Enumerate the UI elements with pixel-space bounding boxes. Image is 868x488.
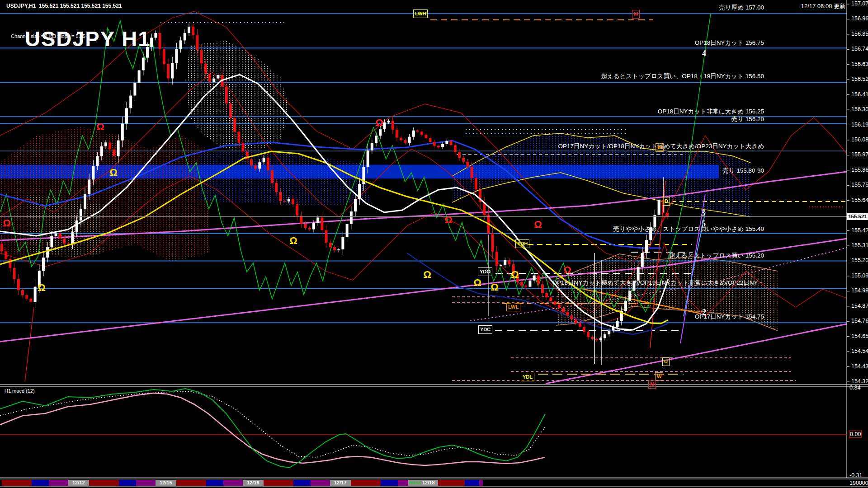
price-tick: 156.080 (851, 136, 868, 143)
macd-indicator-label: H1 macd (12) (5, 388, 35, 394)
macd-axis-tick: -0.31 (849, 472, 863, 479)
price-tick: 157.070 (851, 0, 868, 7)
macd-pink-line (0, 393, 545, 465)
wave-count-label: 3 (701, 208, 705, 218)
price-tick: 155.200 (851, 257, 868, 263)
level-annotation: 売り 155.80-90 (722, 167, 764, 175)
current-price-box: 155.521 (847, 213, 868, 220)
timeline-segment[interactable] (223, 480, 243, 486)
level-annotation: OP18日NYカット 156.75 (695, 39, 764, 47)
wave-count-label: 2 (702, 308, 706, 317)
level-annotation: 超えるとストップロス買い、OP18・19日NYカット 156.50 (601, 72, 764, 80)
timeline-segment[interactable] (32, 480, 49, 486)
omega-signal-icon: Ω (109, 167, 118, 178)
marker-box-lwh: LWH (413, 9, 428, 18)
overlay-red-left-drop (25, 307, 34, 382)
macd-axis-tick: 190000 (849, 480, 868, 486)
price-tick: 156.410 (851, 91, 868, 98)
timeline-segment[interactable] (136, 480, 156, 486)
timeline-segment[interactable] (351, 480, 381, 486)
level-annotation: OP18日NYカット極めて大きめ/OP19日NYカット非常に大きめ/OP22日N… (552, 279, 764, 287)
timeline-segment[interactable] (293, 480, 311, 486)
marker-box-ydl: YDL (521, 373, 534, 381)
price-tick: 155.860 (851, 167, 868, 173)
timeline-segment[interactable] (89, 480, 119, 486)
timeline-date-label: 12/16 (247, 480, 259, 485)
level-annotation: OP18日NYカット非常に大きめ 156.25 (658, 108, 764, 116)
marker-box-w: W (656, 143, 664, 152)
timeline-segment[interactable] (2, 480, 32, 486)
timeline-segment[interactable] (479, 480, 483, 486)
omega-signal-icon: Ω (375, 117, 383, 129)
marker-box-ydh: YDH (515, 239, 529, 248)
marker-box-d: D (663, 197, 670, 206)
marker-box-ydo: YDO (478, 267, 492, 276)
omega-signal-icon: Ω (96, 121, 104, 133)
price-tick: 155.420 (851, 227, 868, 234)
timeline-segment[interactable] (206, 480, 223, 486)
omega-signal-icon: Ω (38, 282, 46, 294)
level-annotation: 売り 156.20 (731, 115, 764, 123)
timeline-segment[interactable] (119, 480, 136, 486)
omega-signal-icon: Ω (473, 277, 481, 289)
update-timestamp: 12/17 06:08 更新 (801, 2, 845, 10)
price-tick: 156.190 (851, 122, 868, 128)
timeline-extra-label: mand (409, 480, 420, 485)
timeline-segment[interactable] (465, 480, 479, 486)
symbol-ohlc-readout: USDJPY,H1 155.521 155.521 155.521 155.52… (6, 3, 122, 9)
price-tick: 154.980 (851, 287, 868, 294)
timeline-segment[interactable] (176, 480, 206, 486)
omega-signal-icon: Ω (423, 269, 431, 281)
price-tick: 156.850 (851, 31, 868, 37)
timeline-segment[interactable] (398, 480, 408, 486)
price-tick: 155.310 (851, 242, 868, 249)
level-annotation: 売り厚め 157.00 (719, 4, 764, 12)
price-tick: 154.760 (851, 318, 868, 324)
mt4-chart-window: USDJPY,H1 155.521 155.521 155.521 155.52… (0, 0, 868, 488)
timeline-date-label: 12/15 (160, 480, 172, 485)
wave-count-label: 4 (702, 49, 706, 58)
omega-signal-icon: Ω (491, 282, 499, 293)
timeline-segment[interactable] (49, 480, 68, 486)
omega-signal-icon: Ω (3, 217, 11, 229)
price-tick: 155.640 (851, 197, 868, 203)
level-annotation: 売りやや小さめ、ストップロス買いやや小さめ 155.40 (613, 225, 764, 233)
level-annotation: 超えるとストップロス買い 155.20 (669, 252, 764, 260)
overlay-magenta-b (546, 324, 847, 384)
marker-box-u: U (662, 357, 670, 366)
timeline-segment[interactable] (311, 480, 330, 486)
price-tick: 155.090 (851, 272, 868, 279)
omega-signal-icon: Ω (444, 214, 453, 226)
wave-count-label: 5 (702, 219, 706, 229)
marker-box-m: M (648, 380, 656, 389)
timeline-segment[interactable] (264, 480, 293, 486)
price-tick: 156.740 (851, 46, 868, 52)
marker-box-w: W (655, 372, 663, 381)
marker-box-ydc: YDC (478, 325, 492, 334)
price-tick: 156.300 (851, 106, 868, 113)
macd-axis-tick: 0.00 (849, 431, 861, 437)
price-tick: 154.870 (851, 303, 868, 309)
marker-box-m: M (632, 10, 640, 19)
timeline-date-label: 12/18 (422, 480, 435, 485)
macd-axis-tick: 0.34 (849, 385, 860, 391)
macd-green-line (0, 389, 545, 468)
price-tick: 155.750 (851, 182, 868, 188)
marker-box-lwl: LWL (506, 303, 520, 311)
price-tick: 156.630 (851, 61, 868, 67)
omega-signal-icon: Ω (511, 269, 519, 281)
price-tick: 155.970 (851, 151, 868, 158)
price-tick: 154.540 (851, 348, 868, 354)
omega-signal-icon: Ω (289, 235, 297, 247)
timeline-segment[interactable] (381, 480, 398, 486)
timeline-date-label: 12/12 (72, 480, 85, 485)
omega-signal-icon: Ω (534, 219, 542, 230)
price-tick: 154.320 (851, 378, 868, 385)
price-tick: 154.650 (851, 333, 868, 339)
price-tick: 156.520 (851, 76, 868, 82)
timeline-date-label: 12/17 (334, 480, 347, 485)
omega-signal-icon: Ω (563, 264, 571, 276)
blue-dot-cloud-mid (199, 149, 371, 206)
timeline-segment[interactable] (438, 480, 465, 486)
price-tick: 154.430 (851, 363, 868, 370)
